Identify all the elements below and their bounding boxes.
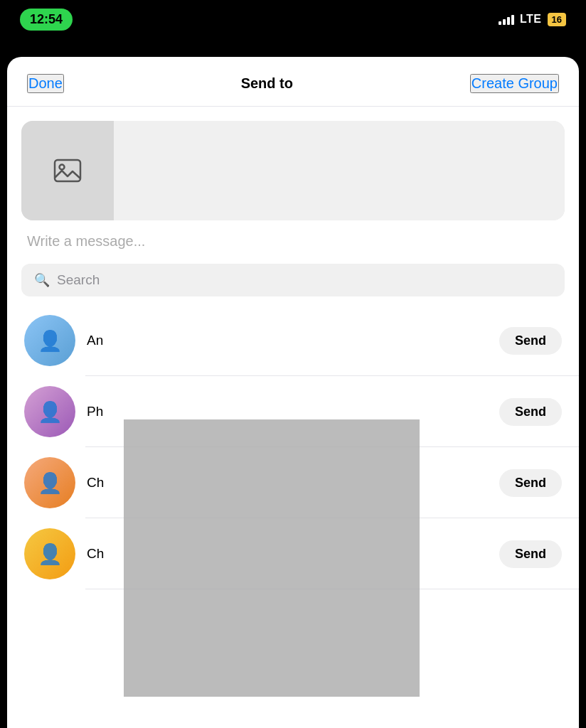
media-preview-area: [21, 121, 565, 220]
media-thumbnail: [21, 121, 114, 220]
contact-name-2: Ph: [87, 404, 488, 419]
image-placeholder-icon: [52, 155, 83, 186]
status-right: LTE 16: [499, 13, 566, 26]
search-placeholder: Search: [57, 272, 100, 288]
contact-name-1: An: [87, 333, 488, 348]
lte-label: LTE: [520, 13, 542, 26]
media-caption-area: [114, 121, 565, 220]
status-time: 12:54: [20, 9, 73, 31]
avatar-2: 👤: [24, 386, 75, 437]
send-button-2[interactable]: Send: [499, 398, 562, 426]
send-button-1[interactable]: Send: [499, 327, 562, 355]
battery-indicator: 16: [548, 13, 566, 26]
avatar-1: 👤: [24, 315, 75, 366]
signal-bars-icon: [499, 14, 514, 25]
avatar-3: 👤: [24, 457, 75, 508]
censor-overlay: [124, 419, 420, 697]
svg-rect-0: [55, 160, 80, 181]
send-button-4[interactable]: Send: [499, 540, 562, 568]
message-placeholder: Write a message...: [27, 233, 145, 249]
message-input-area[interactable]: Write a message...: [7, 220, 579, 258]
send-button-3[interactable]: Send: [499, 469, 562, 497]
done-button[interactable]: Done: [27, 74, 64, 93]
contact-item-1: 👤 An Send: [7, 305, 579, 376]
search-bar[interactable]: 🔍 Search: [21, 264, 565, 296]
search-container: 🔍 Search: [21, 264, 565, 296]
create-group-button[interactable]: Create Group: [470, 74, 559, 93]
avatar-4: 👤: [24, 528, 75, 579]
search-icon: 🔍: [34, 272, 50, 288]
svg-point-1: [60, 165, 65, 170]
page-title: Send to: [241, 75, 293, 92]
status-bar: 12:54 LTE 16: [0, 0, 586, 38]
sheet-header: Done Send to Create Group: [7, 57, 579, 107]
